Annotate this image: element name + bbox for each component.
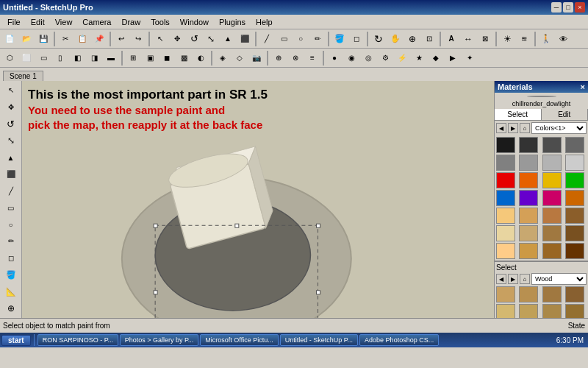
- offset-tool[interactable]: [237, 31, 253, 47]
- menu-view[interactable]: View: [51, 16, 77, 28]
- camera-persp[interactable]: ◈: [215, 50, 231, 66]
- wood-swatch-6[interactable]: [542, 304, 562, 318]
- wood-swatch-2[interactable]: [542, 286, 562, 302]
- circle-tool[interactable]: [293, 31, 309, 47]
- scale-tool[interactable]: [203, 31, 219, 47]
- shadow-tool[interactable]: [499, 31, 515, 47]
- taskbar-item-3[interactable]: Untitled - SketchUp P...: [280, 334, 358, 346]
- text-tool[interactable]: [443, 31, 459, 47]
- fog-tool[interactable]: ≋: [516, 31, 532, 47]
- wood-swatch-0[interactable]: [496, 286, 515, 302]
- move-tool[interactable]: [169, 31, 185, 47]
- eraser-tool[interactable]: [348, 31, 365, 47]
- wood-swatch-3[interactable]: [565, 286, 584, 302]
- left-rect-tool[interactable]: [2, 199, 20, 216]
- materials-close-icon[interactable]: ×: [581, 82, 585, 91]
- style-hidden[interactable]: ▣: [142, 50, 158, 66]
- push-pull-tool[interactable]: [220, 31, 236, 47]
- view-iso[interactable]: ⬡: [1, 50, 18, 66]
- color-swatch-2[interactable]: [542, 137, 562, 153]
- left-move-tool[interactable]: [2, 99, 20, 116]
- material-wood-dropdown[interactable]: Wood: [531, 273, 587, 285]
- walk-tool[interactable]: [538, 31, 554, 47]
- mat-forward-btn[interactable]: ▶: [508, 123, 518, 133]
- left-scale-tool[interactable]: [2, 132, 20, 149]
- left-pencil-tool[interactable]: [2, 233, 20, 250]
- color-swatch-11[interactable]: [565, 172, 584, 188]
- view-top[interactable]: ⬜: [18, 50, 35, 66]
- plugin-5[interactable]: ⚡: [394, 50, 410, 66]
- wood-swatch-1[interactable]: [519, 286, 538, 302]
- select-tool[interactable]: [152, 31, 168, 47]
- color-swatch-10[interactable]: [542, 172, 562, 188]
- color-swatch-0[interactable]: [496, 137, 515, 153]
- left-select-tool[interactable]: [2, 82, 20, 99]
- color-swatch-19[interactable]: [565, 208, 584, 224]
- tab-select[interactable]: Select: [495, 109, 542, 120]
- mat-home-btn[interactable]: ⌂: [520, 123, 530, 133]
- camera-ortho[interactable]: ◇: [232, 50, 248, 66]
- color-swatch-8[interactable]: [496, 172, 515, 188]
- color-swatch-16[interactable]: [496, 208, 515, 224]
- plugin-1[interactable]: ●: [326, 50, 343, 66]
- rectangle-tool[interactable]: [276, 31, 292, 47]
- wood-swatch-4[interactable]: [496, 304, 515, 318]
- color-swatch-26[interactable]: [542, 243, 562, 259]
- taskbar-item-2[interactable]: Microsoft Office Pictu...: [200, 334, 278, 346]
- left-eraser-tool[interactable]: [2, 250, 20, 266]
- plugin-8[interactable]: ▶: [445, 50, 461, 66]
- color-swatch-24[interactable]: [496, 243, 515, 259]
- color-swatch-6[interactable]: [542, 155, 562, 171]
- redo-button[interactable]: ↪: [130, 31, 146, 47]
- close-button[interactable]: ×: [575, 2, 585, 13]
- left-zoom-tool[interactable]: [2, 300, 20, 316]
- orbit-tool[interactable]: [370, 31, 387, 47]
- save-button[interactable]: 💾: [35, 31, 51, 47]
- cut-button[interactable]: ✂: [57, 31, 74, 47]
- color-swatch-22[interactable]: [542, 225, 562, 241]
- color-swatch-17[interactable]: [519, 208, 538, 224]
- group-btn[interactable]: ⊕: [270, 50, 287, 66]
- dimension-tool[interactable]: [460, 31, 476, 47]
- color-swatch-20[interactable]: [496, 225, 515, 241]
- color-swatch-13[interactable]: [519, 190, 538, 206]
- wood-swatch-5[interactable]: [519, 304, 538, 318]
- color-swatch-25[interactable]: [519, 243, 538, 259]
- menu-tools[interactable]: Tools: [146, 16, 174, 28]
- tab-edit[interactable]: Edit: [542, 109, 589, 120]
- scene-1-tab[interactable]: Scene 1: [3, 71, 43, 81]
- view-bottom[interactable]: ▬: [103, 50, 119, 66]
- zoom-tool[interactable]: [404, 31, 420, 47]
- menu-plugins[interactable]: Plugins: [215, 16, 250, 28]
- left-pushpull-tool[interactable]: [2, 149, 20, 166]
- view-front[interactable]: ▭: [35, 50, 51, 66]
- color-swatch-4[interactable]: [496, 155, 515, 171]
- view-left[interactable]: ◨: [86, 50, 102, 66]
- color-swatch-18[interactable]: [542, 208, 562, 224]
- align-btn[interactable]: ≡: [304, 50, 320, 66]
- style-wire[interactable]: ⊞: [125, 50, 141, 66]
- open-button[interactable]: 📂: [18, 31, 35, 47]
- left-rotate-tool[interactable]: [2, 116, 20, 132]
- maximize-button[interactable]: □: [563, 2, 573, 13]
- color-swatch-9[interactable]: [519, 172, 538, 188]
- line-tool[interactable]: [259, 31, 275, 47]
- rotate-tool[interactable]: [186, 31, 202, 47]
- color-swatch-1[interactable]: [519, 137, 538, 153]
- style-mono[interactable]: ◐: [193, 50, 209, 66]
- freehand-tool[interactable]: [309, 31, 326, 47]
- mat2-back-btn[interactable]: ◀: [496, 274, 506, 284]
- style-texture[interactable]: ▩: [176, 50, 192, 66]
- view-back[interactable]: ◧: [69, 50, 85, 66]
- undo-button[interactable]: ↩: [113, 31, 129, 47]
- menu-edit[interactable]: Edit: [26, 16, 49, 28]
- color-swatch-21[interactable]: [519, 225, 538, 241]
- taskbar-item-4[interactable]: Adobe Photoshop CS...: [359, 334, 439, 346]
- plugin-2[interactable]: ◉: [343, 50, 359, 66]
- mat2-home-btn[interactable]: ⌂: [520, 274, 530, 284]
- zoom-extents-tool[interactable]: ⊡: [421, 31, 437, 47]
- copy-button[interactable]: 📋: [74, 31, 90, 47]
- left-paint-tool[interactable]: [2, 267, 20, 283]
- look-around-tool[interactable]: [555, 31, 571, 47]
- mat2-forward-btn[interactable]: ▶: [508, 274, 518, 284]
